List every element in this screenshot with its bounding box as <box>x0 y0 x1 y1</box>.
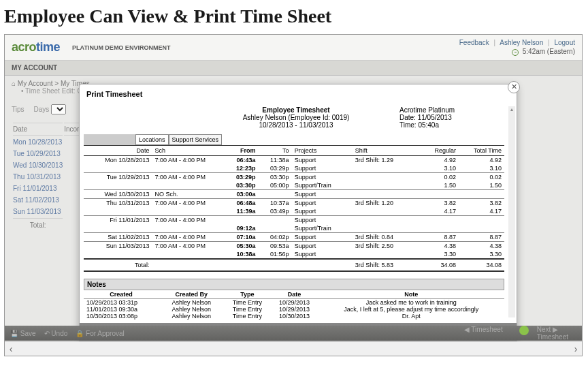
timesheet-company: Acrotime Platinum <box>399 106 508 114</box>
save-button[interactable]: 💾 Save <box>10 330 36 337</box>
notes-row: 10/29/2013 03:31pAshley NelsonTime Entry… <box>84 299 504 307</box>
close-icon: ✕ <box>511 82 517 91</box>
bg-total-label: Total: <box>13 218 63 230</box>
notes-row: 11/01/2013 09:13aAshley NelsonTime Entry… <box>84 320 504 320</box>
col-total-time: Total Time <box>459 146 504 156</box>
notes-row: 11/01/2013 09:30aAshley NelsonTime Entry… <box>84 306 504 313</box>
clock-icon <box>512 49 519 56</box>
logout-link[interactable]: Logout <box>554 39 575 46</box>
timesheet-row: Sun 11/03/20137:00 AM - 4:00 PM05:30a09:… <box>84 242 504 251</box>
bg-row-link[interactable]: Sat 11/02/2013 <box>13 196 59 204</box>
undo-button[interactable]: ↶ Undo <box>44 330 68 337</box>
notes-col-created: Created <box>84 290 159 299</box>
horizontal-scrollbar[interactable]: ‹ › <box>5 341 582 356</box>
clock-text: 5:42am (Eastern) <box>523 48 575 55</box>
timesheet-row: 11:39a03:49pSupport4.174.17 <box>84 207 504 216</box>
next-button[interactable]: Next ▶Timesheet <box>537 326 568 341</box>
logo: acrotime <box>12 40 60 55</box>
feedback-link[interactable]: Feedback <box>459 39 489 46</box>
timesheet-time: Time: 05:40a <box>399 121 508 129</box>
timesheet-nav[interactable]: ◀ Timesheet <box>464 326 503 341</box>
col-to: To <box>259 146 292 156</box>
timesheet-table: Date Sch From To Projects Shift Regular … <box>84 145 504 272</box>
timesheet-range: 10/28/2013 - 11/03/2013 <box>193 121 399 129</box>
app-frame: acrotime PLATINUM DEMO ENVIRONMENT Feedb… <box>4 34 583 356</box>
tab-support-services[interactable]: Support Services <box>169 134 223 145</box>
page-title: Employee Can View & Print Time Sheet <box>0 0 588 34</box>
tips-label: Tips <box>12 106 24 113</box>
logo-right: time <box>36 40 60 54</box>
bg-row-link[interactable]: Sun 11/03/2013 <box>13 208 61 215</box>
timesheet-row: Thu 10/31/20137:00 AM - 4:00 PM06:48a10:… <box>84 199 504 208</box>
print-timesheet-modal: ✕ Print Timesheet ▴ Employee Timesheet A… <box>79 84 517 341</box>
timesheet-row: Tue 10/29/20137:00 AM - 4:00 PM03:29p03:… <box>84 173 504 182</box>
bg-row-link[interactable]: Tue 10/29/2013 <box>13 150 61 157</box>
total-regular: 34.08 <box>413 259 459 271</box>
notes-table: Created Created By Type Date Note 10/29/… <box>84 290 504 320</box>
timesheet-row: Sat 11/02/20137:00 AM - 4:00 PM07:10a04:… <box>84 233 504 242</box>
timesheet-row: 10:38a01:56pSupport3.303.30 <box>84 250 504 259</box>
timesheet-employee: Ashley Nelson (Employee Id: 0019) <box>193 114 399 121</box>
bg-row-link[interactable]: Wed 10/30/2013 <box>13 161 63 169</box>
timesheet-row: 12:23p03:29pSupport3.103.10 <box>84 164 504 173</box>
notes-col-by: Created By <box>159 290 224 299</box>
bg-row-link[interactable]: Thu 10/31/2013 <box>13 173 61 181</box>
bg-row-link[interactable]: Fri 11/01/2013 <box>13 185 57 192</box>
notes-header: Notes <box>84 279 504 290</box>
logo-left: acro <box>12 40 36 54</box>
scroll-up-icon[interactable]: ▴ <box>508 106 515 113</box>
timesheet-row: 09:12aSupport/Train <box>84 224 504 233</box>
col-regular: Regular <box>413 146 459 156</box>
status-icon <box>519 326 529 335</box>
clock-display: 5:42am (Eastern) <box>459 48 575 55</box>
notes-col-date: Date <box>270 290 318 299</box>
user-link[interactable]: Ashley Nelson <box>500 39 543 46</box>
notes-section: Notes Created Created By Type Date Note … <box>84 279 504 320</box>
days-label: Days <box>33 106 49 113</box>
timesheet-row: 03:30p05:00pSupport/Train1.501.50 <box>84 181 504 190</box>
timesheet-row: Mon 10/28/20137:00 AM - 4:00 PM06:43a11:… <box>84 156 504 165</box>
total-shift: 3rd Shift: 5.83 <box>353 259 413 271</box>
bottom-toolbar: 💾 Save ↶ Undo 🔒 For Approval ◀ Timesheet… <box>5 326 582 341</box>
my-account-bar: MY ACCOUNT <box>5 61 582 76</box>
top-bar: acrotime PLATINUM DEMO ENVIRONMENT Feedb… <box>5 35 582 61</box>
timesheet-row: Fri 11/01/20137:00 AM - 4:00 PMSupport <box>84 216 504 225</box>
days-select[interactable] <box>51 104 66 114</box>
modal-scrollbar[interactable]: ▴ <box>508 106 515 317</box>
scroll-right-icon[interactable]: › <box>570 343 582 355</box>
timesheet-date: Date: 11/05/2013 <box>399 114 508 121</box>
col-projects: Projects <box>292 146 353 156</box>
col-sch: Sch <box>152 146 225 156</box>
scroll-left-icon[interactable]: ‹ <box>5 343 17 355</box>
close-button[interactable]: ✕ <box>508 81 520 93</box>
col-shift: Shift <box>353 146 413 156</box>
col-date: Date <box>84 146 152 156</box>
total-time: 34.08 <box>459 259 504 271</box>
env-label: PLATINUM DEMO ENVIRONMENT <box>72 44 170 51</box>
timesheet-title: Employee Timesheet <box>193 106 399 114</box>
top-links: Feedback | Ashley Nelson | Logout <box>459 39 575 46</box>
tab-locations[interactable]: Locations <box>135 134 169 145</box>
notes-row: 10/30/2013 03:08pAshley NelsonTime Entry… <box>84 313 504 320</box>
notes-col-note: Note <box>318 290 504 299</box>
bg-row-link[interactable]: Mon 10/28/2013 <box>13 138 62 146</box>
approval-button[interactable]: 🔒 For Approval <box>76 330 124 337</box>
col-from: From <box>225 146 258 156</box>
notes-col-type: Type <box>224 290 270 299</box>
total-label: Total: <box>84 259 152 271</box>
timesheet-row: Wed 10/30/2013NO Sch.03:00aSupport <box>84 190 504 199</box>
modal-title: Print Timesheet <box>80 84 517 104</box>
bg-col-date: Date <box>13 123 63 136</box>
